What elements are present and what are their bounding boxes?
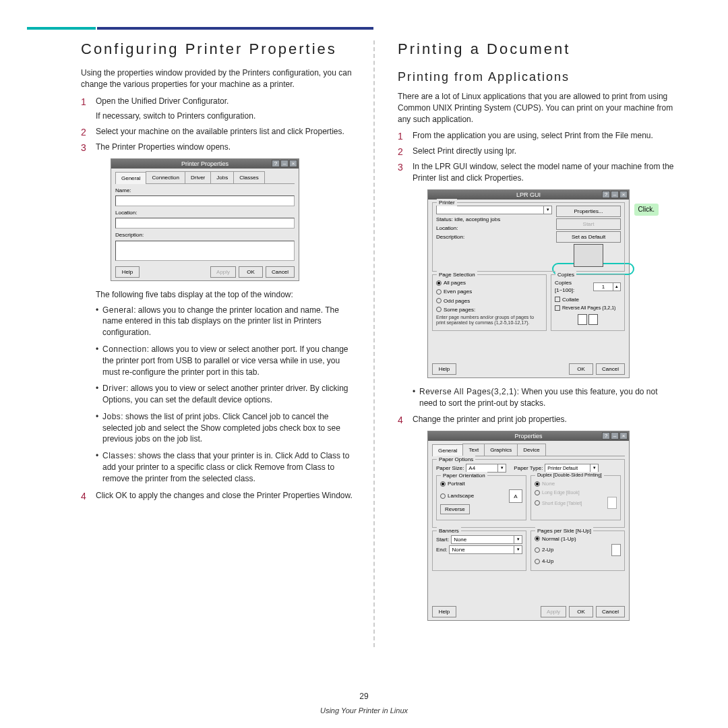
name-input[interactable] bbox=[115, 195, 295, 206]
ptab-graphics[interactable]: Graphics bbox=[484, 444, 518, 456]
lpr-help-button[interactable]: Help bbox=[432, 363, 456, 375]
duplex-preview-icon bbox=[607, 497, 617, 509]
help-window-icon[interactable]: ? bbox=[602, 432, 610, 439]
help-window-icon[interactable]: ? bbox=[272, 160, 280, 167]
description-input[interactable] bbox=[115, 241, 295, 261]
spin-up-icon[interactable]: ▴ bbox=[613, 283, 620, 291]
minimize-window-icon[interactable]: – bbox=[280, 160, 289, 167]
pps-legend: Pages per Side [N-Up] bbox=[535, 527, 593, 535]
tab-jobs[interactable]: Jobs bbox=[210, 171, 234, 183]
help-button[interactable]: Help bbox=[115, 266, 140, 278]
banners-legend: Banners bbox=[437, 527, 461, 535]
dialog-titlebar: Printer Properties ? – × bbox=[111, 159, 299, 169]
chevron-down-icon: ▾ bbox=[543, 206, 551, 214]
nup-preview-icon bbox=[611, 544, 621, 556]
printer-properties-dialog: Printer Properties ? – × General Connect… bbox=[111, 158, 299, 281]
minimize-window-icon[interactable]: – bbox=[611, 191, 619, 198]
location-label: Location: bbox=[115, 209, 295, 216]
cancel-button[interactable]: Cancel bbox=[266, 266, 295, 278]
right-heading: Printing a Document bbox=[398, 40, 674, 58]
chevron-down-icon: ▾ bbox=[514, 536, 522, 543]
props-apply-button[interactable]: Apply bbox=[541, 606, 566, 617]
lpr-cancel-button[interactable]: Cancel bbox=[596, 363, 625, 375]
collate-checkbox[interactable] bbox=[555, 297, 560, 302]
set-default-button[interactable]: Set as Default bbox=[556, 231, 621, 243]
radio-all-pages[interactable] bbox=[436, 280, 442, 286]
name-label: Name: bbox=[115, 187, 295, 194]
reverse-checkbox[interactable] bbox=[555, 305, 560, 311]
lpr-title: LPR GUI bbox=[516, 191, 541, 198]
minimize-window-icon[interactable]: – bbox=[611, 432, 619, 439]
page-preview-icon bbox=[578, 314, 587, 325]
ptab-general[interactable]: General bbox=[432, 444, 463, 456]
step-1-text: Open the Unified Driver Configurator. bbox=[96, 96, 229, 106]
props-ok-button[interactable]: OK bbox=[569, 606, 593, 617]
close-window-icon[interactable]: × bbox=[619, 191, 628, 198]
copies-spinner[interactable]: 1▴ bbox=[593, 282, 621, 291]
left-column: Configuring Printer Properties Using the… bbox=[81, 40, 377, 629]
radio-duplex-none[interactable] bbox=[535, 481, 540, 487]
radio-odd-pages[interactable] bbox=[436, 298, 442, 303]
paper-options-legend: Paper Options bbox=[437, 456, 475, 463]
radio-duplex-short[interactable] bbox=[535, 500, 540, 506]
ptab-text[interactable]: Text bbox=[462, 444, 485, 456]
chevron-down-icon: ▾ bbox=[497, 464, 506, 472]
props-cancel-button[interactable]: Cancel bbox=[596, 606, 625, 617]
location-input[interactable] bbox=[115, 218, 295, 229]
radio-4up[interactable] bbox=[535, 559, 540, 564]
properties-button[interactable]: Properties... bbox=[556, 206, 621, 217]
left-steps: Open the Unified Driver Configurator. If… bbox=[81, 96, 357, 502]
column-separator bbox=[373, 40, 375, 647]
banners-group: Banners Start:None▾ End:None▾ bbox=[432, 530, 526, 571]
click-callout: Click. bbox=[634, 204, 659, 216]
close-window-icon[interactable]: × bbox=[289, 160, 297, 167]
lpr-body: Printer ▾ Status: idle, accepting jobs L… bbox=[428, 200, 629, 377]
step-4-text: Click OK to apply the changes and close … bbox=[96, 491, 353, 500]
props-help-button[interactable]: Help bbox=[432, 606, 456, 617]
radio-some-pages[interactable] bbox=[436, 307, 442, 312]
start-button[interactable]: Start bbox=[556, 218, 621, 230]
radio-landscape[interactable] bbox=[440, 493, 446, 499]
banner-end-dropdown[interactable]: None▾ bbox=[449, 545, 522, 554]
page-selection-group: Page Selection All pages Even pages Odd … bbox=[432, 274, 547, 331]
props-body: General Text Graphics Device Paper Optio… bbox=[428, 441, 629, 620]
radio-portrait[interactable] bbox=[440, 481, 446, 487]
tab-general[interactable]: General bbox=[115, 172, 146, 184]
radio-1up[interactable] bbox=[535, 536, 540, 541]
location-row: Location: bbox=[436, 224, 552, 232]
left-heading: Configuring Printer Properties bbox=[81, 40, 357, 58]
pages-per-side-group: Pages per Side [N-Up] Normal (1-Up) 2-Up… bbox=[530, 530, 625, 571]
dialog-title: Printer Properties bbox=[181, 160, 229, 167]
lpr-gui-dialog: Click. LPR GUI ? – × Printer bbox=[427, 189, 630, 378]
banner-start-dropdown[interactable]: None▾ bbox=[451, 535, 522, 544]
some-pages-hint: Enter page numbers and/or groups of page… bbox=[436, 315, 543, 326]
radio-even-pages[interactable] bbox=[436, 289, 442, 295]
radio-2up[interactable] bbox=[535, 547, 540, 553]
apply-button[interactable]: Apply bbox=[210, 266, 236, 278]
description-row: Description: bbox=[436, 233, 552, 241]
left-intro: Using the properties window provided by … bbox=[81, 67, 357, 90]
rstep-4: Change the printer and print job propert… bbox=[398, 414, 674, 621]
step-4: Click OK to apply the changes and close … bbox=[81, 490, 357, 502]
tab-driver[interactable]: Driver bbox=[185, 171, 211, 183]
radio-duplex-long[interactable] bbox=[535, 490, 540, 495]
reverse-button[interactable]: Reverse bbox=[440, 504, 470, 514]
ptab-device[interactable]: Device bbox=[517, 444, 545, 456]
close-window-icon[interactable]: × bbox=[619, 432, 628, 439]
status-row: Status: idle, accepting jobs bbox=[436, 216, 552, 223]
ok-button[interactable]: OK bbox=[239, 266, 263, 278]
tab-connection[interactable]: Connection bbox=[146, 171, 185, 183]
step-2: Select your machine on the available pri… bbox=[81, 126, 357, 138]
bullet-general: General: allows you to change the printe… bbox=[96, 305, 357, 338]
tab-classes[interactable]: Classes bbox=[233, 171, 264, 183]
page-number: 29 bbox=[0, 692, 728, 701]
orientation-preview-icon: A bbox=[509, 489, 522, 503]
help-window-icon[interactable]: ? bbox=[602, 191, 610, 198]
page-footer: Using Your Printer in Linux bbox=[0, 706, 728, 715]
lpr-ok-button[interactable]: OK bbox=[569, 363, 593, 375]
rstep-3: In the LPR GUI window, select the model … bbox=[398, 161, 674, 408]
orientation-legend: Paper Orientation bbox=[441, 472, 487, 479]
right-intro: There are a lot of Linux applications th… bbox=[398, 91, 674, 125]
printer-dropdown[interactable]: ▾ bbox=[436, 206, 552, 214]
rstep-2: Select Print directly using lpr. bbox=[398, 146, 674, 157]
